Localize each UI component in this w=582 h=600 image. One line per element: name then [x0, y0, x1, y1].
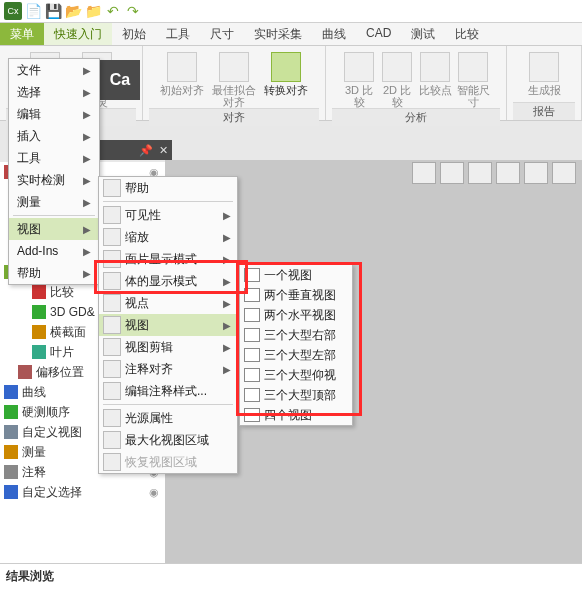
rb-compare-pt[interactable]: 比较点 — [418, 48, 452, 96]
vt-6[interactable] — [552, 162, 576, 184]
redo-icon[interactable]: ↷ — [124, 2, 142, 20]
undo-icon[interactable]: ↶ — [104, 2, 122, 20]
save-icon[interactable]: 💾 — [44, 2, 62, 20]
visibility-icon[interactable]: ◉ — [149, 486, 159, 499]
app-icon: Cx — [4, 2, 22, 20]
layout-option[interactable]: 三个大型右部 — [240, 325, 352, 345]
submenu-item[interactable]: 面片显示模式▶ — [99, 248, 237, 270]
tab-test[interactable]: 测试 — [401, 23, 445, 45]
close-icon[interactable]: ✕ — [159, 144, 168, 157]
viewport-tools — [412, 162, 576, 184]
tab-dimension[interactable]: 尺寸 — [200, 23, 244, 45]
vt-2[interactable] — [440, 162, 464, 184]
tab-live[interactable]: 实时采集 — [244, 23, 312, 45]
layout-option[interactable]: 一个视图 — [240, 265, 352, 285]
vt-1[interactable] — [412, 162, 436, 184]
layout-option[interactable]: 四个视图 — [240, 405, 352, 425]
menu-item[interactable]: Add-Ins▶ — [9, 240, 99, 262]
tab-compare[interactable]: 比较 — [445, 23, 489, 45]
pin-icon[interactable]: 📌 — [139, 144, 153, 157]
open-icon[interactable]: 📂 — [64, 2, 82, 20]
main-menu-dropdown: 文件▶选择▶编辑▶插入▶工具▶实时检测▶测量▶视图▶Add-Ins▶帮助▶ — [8, 58, 100, 285]
vt-3[interactable] — [468, 162, 492, 184]
rb-report[interactable]: 生成报 — [520, 48, 568, 96]
menu-item[interactable]: 实时检测▶ — [9, 169, 99, 191]
rb-best-fit[interactable]: 最佳拟合对齐 — [210, 48, 258, 108]
vt-5[interactable] — [524, 162, 548, 184]
viewport-layout-submenu: 一个视图两个垂直视图两个水平视图三个大型右部三个大型左部三个大型仰视三个大型顶部… — [239, 264, 353, 426]
menu-item[interactable]: 文件▶ — [9, 59, 99, 81]
tree-item[interactable]: 自定义选择◉ — [0, 482, 165, 502]
vt-4[interactable] — [496, 162, 520, 184]
rb-caption-analysis: 分析 — [332, 108, 500, 126]
menu-item[interactable]: 选择▶ — [9, 81, 99, 103]
submenu-item[interactable]: 注释对齐▶ — [99, 358, 237, 380]
submenu-item[interactable]: 视点▶ — [99, 292, 237, 314]
rb-caption-align: 对齐 — [149, 108, 319, 126]
tab-initial[interactable]: 初始 — [112, 23, 156, 45]
submenu-restore: 恢复视图区域 — [99, 451, 237, 473]
menu-item[interactable]: 帮助▶ — [9, 262, 99, 284]
submenu-item[interactable]: 体的显示模式▶ — [99, 270, 237, 292]
rb-transform-align[interactable]: 转换对齐 — [262, 48, 310, 96]
tab-tools[interactable]: 工具 — [156, 23, 200, 45]
open2-icon[interactable]: 📁 — [84, 2, 102, 20]
view-submenu: 帮助可见性▶缩放▶面片显示模式▶体的显示模式▶视点▶视图▶视图剪辑▶注释对齐▶编… — [98, 176, 238, 474]
panel-header: 📌 ✕ — [100, 140, 172, 160]
ribbon-tabs: 菜单 快速入门 初始 工具 尺寸 实时采集 曲线 CAD 测试 比较 — [0, 23, 582, 46]
layout-option[interactable]: 三个大型顶部 — [240, 385, 352, 405]
submenu-item[interactable]: 编辑注释样式... — [99, 380, 237, 402]
rb-smart-dim[interactable]: 智能尺寸 — [456, 48, 490, 108]
submenu-help[interactable]: 帮助 — [99, 177, 237, 199]
tab-menu[interactable]: 菜单 — [0, 23, 44, 45]
new-icon[interactable]: 📄 — [24, 2, 42, 20]
menu-item[interactable]: 插入▶ — [9, 125, 99, 147]
submenu-item[interactable]: 最大化视图区域 — [99, 429, 237, 451]
menu-item[interactable]: 编辑▶ — [9, 103, 99, 125]
layout-option[interactable]: 三个大型仰视 — [240, 365, 352, 385]
menu-item[interactable]: 测量▶ — [9, 191, 99, 213]
rb-2d-compare[interactable]: 2D 比较 — [380, 48, 414, 108]
tab-quickstart[interactable]: 快速入门 — [44, 23, 112, 45]
tab-cad[interactable]: CAD — [356, 23, 401, 45]
status-bar: 结果浏览 — [0, 563, 582, 600]
submenu-item[interactable]: 光源属性 — [99, 407, 237, 429]
submenu-item[interactable]: 缩放▶ — [99, 226, 237, 248]
menu-item-view[interactable]: 视图▶ — [9, 218, 99, 240]
submenu-view[interactable]: 视图▶ — [99, 314, 237, 336]
rb-caption-report: 报告 — [513, 102, 575, 120]
layout-option[interactable]: 两个垂直视图 — [240, 285, 352, 305]
layout-option[interactable]: 三个大型左部 — [240, 345, 352, 365]
menu-item[interactable]: 工具▶ — [9, 147, 99, 169]
submenu-item[interactable]: 可见性▶ — [99, 204, 237, 226]
submenu-item[interactable]: 视图剪辑▶ — [99, 336, 237, 358]
capture-logo: Ca — [100, 60, 140, 100]
tab-curve[interactable]: 曲线 — [312, 23, 356, 45]
layout-option[interactable]: 两个水平视图 — [240, 305, 352, 325]
rb-3d-compare[interactable]: 3D 比较 — [342, 48, 376, 108]
quick-toolbar: Cx 📄 💾 📂 📁 ↶ ↷ — [0, 0, 582, 23]
rb-init-align[interactable]: 初始对齐 — [158, 48, 206, 96]
